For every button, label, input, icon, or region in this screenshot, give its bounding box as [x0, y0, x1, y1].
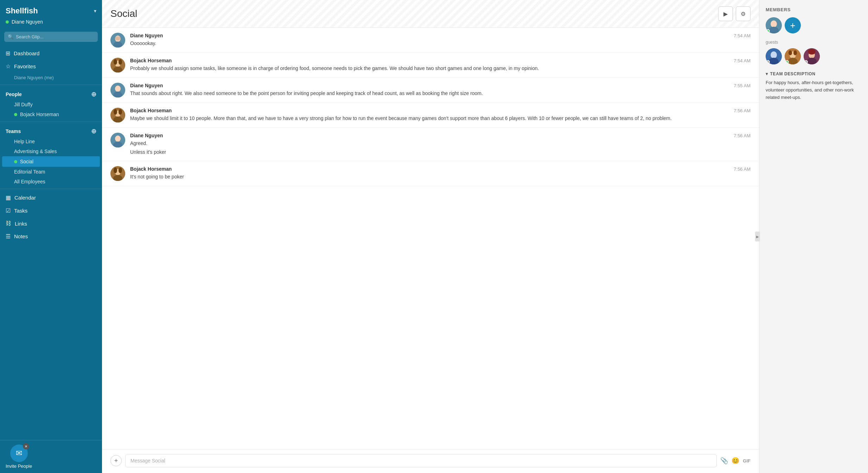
- message-text-2: Unless it's poker: [130, 149, 751, 156]
- sidebar-item-diane-me[interactable]: Diane Nguyen (me): [0, 73, 102, 82]
- bojack-horseman-label: Bojack Horseman: [20, 112, 59, 117]
- social-settings-icon[interactable]: ⚙: [92, 158, 96, 165]
- message-meta: Diane Nguyen 7:55 AM: [130, 83, 751, 88]
- message-text-1: Agreed.: [130, 140, 751, 147]
- user-status-dot: [6, 20, 9, 24]
- sidebar-item-calendar[interactable]: ▦ Calendar: [0, 191, 102, 204]
- table-row: Bojack Horseman 7:56 AM Maybe we should …: [102, 103, 759, 128]
- table-row: Diane Nguyen 7:55 AM That sounds about r…: [102, 78, 759, 103]
- svg-point-23: [114, 168, 117, 173]
- advertising-sales-label: Advertising & Sales: [14, 149, 57, 154]
- message-meta: Bojack Horseman 7:56 AM: [130, 166, 751, 172]
- team-description-header[interactable]: ▾ TEAM DESCRIPTION: [766, 71, 862, 76]
- tasks-label: Tasks: [14, 208, 27, 214]
- people-label: People: [6, 92, 22, 97]
- table-row: Bojack Horseman 7:54 AM Probably we shou…: [102, 53, 759, 78]
- guests-row: [766, 48, 862, 64]
- links-icon: ⛓: [6, 220, 11, 227]
- message-time: 7:56 AM: [734, 108, 751, 113]
- settings-button[interactable]: ⚙: [736, 6, 751, 21]
- message-content: Bojack Horseman 7:54 AM Probably we shou…: [130, 58, 751, 72]
- chevron-down-icon[interactable]: ▾: [94, 8, 96, 14]
- svg-point-18: [115, 135, 121, 142]
- teams-label: Teams: [6, 128, 21, 134]
- attachment-icon[interactable]: 📎: [720, 457, 728, 465]
- divider2: [0, 121, 102, 122]
- search-box[interactable]: 🔍: [4, 32, 98, 42]
- panel-toggle-button[interactable]: ▶: [755, 232, 760, 241]
- sidebar-item-all-employees[interactable]: All Employees: [0, 177, 102, 187]
- calendar-icon: ▦: [6, 194, 11, 201]
- guest2-status-dot: [785, 60, 789, 64]
- message-time: 7:55 AM: [734, 83, 751, 88]
- search-input[interactable]: [16, 34, 94, 39]
- invite-people-button[interactable]: ✉ ✕ Invite People: [6, 444, 32, 469]
- chat-header: Social ▶ ⚙: [102, 0, 759, 28]
- teams-section-header: Teams ⊕: [0, 124, 102, 137]
- sidebar-item-links[interactable]: ⛓ Links: [0, 217, 102, 230]
- members-title: MEMBERS: [766, 7, 862, 12]
- sidebar-item-notes[interactable]: ☰ Notes: [0, 230, 102, 243]
- input-actions: 📎 😊 GIF: [720, 457, 751, 465]
- svg-point-15: [114, 109, 117, 115]
- add-member-button[interactable]: +: [785, 17, 801, 33]
- members-row: +: [766, 17, 862, 33]
- video-icon: ▶: [723, 11, 728, 17]
- svg-point-26: [771, 20, 777, 27]
- app-title: Shellfish: [6, 6, 38, 15]
- table-row: Bojack Horseman 7:56 AM It's not going t…: [102, 161, 759, 186]
- sidebar-item-favorites[interactable]: ☆ Favorites: [0, 60, 102, 73]
- sidebar-item-editorial-team[interactable]: Editorial Team: [0, 167, 102, 177]
- svg-point-10: [115, 86, 121, 92]
- gif-button[interactable]: GIF: [743, 458, 751, 463]
- emoji-icon[interactable]: 😊: [732, 457, 739, 465]
- sidebar-item-dashboard[interactable]: ⊞ Dashboard: [0, 47, 102, 60]
- avatar: [110, 108, 125, 122]
- svg-point-16: [119, 109, 122, 115]
- guest3-status-dot: [804, 60, 808, 64]
- message-author: Diane Nguyen: [130, 83, 163, 88]
- sidebar-item-jill-duffy[interactable]: Jill Duffy: [0, 100, 102, 109]
- avatar: [110, 58, 125, 72]
- message-time: 7:56 AM: [734, 166, 751, 172]
- header-actions: ▶ ⚙: [718, 6, 751, 21]
- right-panel: ▶ MEMBERS + guests: [759, 0, 868, 473]
- message-text: It's not going to be poker: [130, 173, 751, 181]
- member-avatar-diane: [766, 17, 782, 33]
- message-content: Diane Nguyen 7:55 AM That sounds about r…: [130, 83, 751, 97]
- message-content: Bojack Horseman 7:56 AM It's not going t…: [130, 166, 751, 181]
- message-input[interactable]: [125, 454, 717, 467]
- table-row: Diane Nguyen 7:54 AM Ooooookay.: [102, 28, 759, 53]
- add-attachment-button[interactable]: +: [110, 455, 122, 466]
- invite-label: Invite People: [6, 463, 32, 469]
- dashboard-icon: ⊞: [6, 50, 10, 57]
- calendar-label: Calendar: [14, 195, 36, 201]
- tasks-icon: ☑: [6, 207, 11, 214]
- sidebar-item-tasks[interactable]: ☑ Tasks: [0, 204, 102, 217]
- add-person-button[interactable]: ⊕: [91, 90, 96, 98]
- chat-input-area: + 📎 😊 GIF: [102, 449, 759, 473]
- social-label: Social: [20, 159, 89, 164]
- add-team-button[interactable]: ⊕: [91, 127, 96, 135]
- svg-point-24: [119, 168, 122, 173]
- main-chat-area: Social ▶ ⚙ Diane Nguyen: [102, 0, 759, 473]
- sidebar-item-social[interactable]: Social ⚙: [2, 156, 100, 167]
- team-description-text: For happy hours, after-hours get-togethe…: [766, 79, 862, 101]
- svg-point-7: [114, 59, 117, 65]
- message-content: Bojack Horseman 7:56 AM Maybe we should …: [130, 108, 751, 122]
- diane-online-dot: [766, 29, 770, 33]
- avatar: [110, 133, 125, 147]
- sidebar-label-favorites: Favorites: [14, 63, 36, 69]
- help-line-label: Help Line: [14, 139, 35, 144]
- guest-avatar-3: [804, 48, 820, 64]
- guest-avatar-1: [766, 48, 782, 64]
- video-call-button[interactable]: ▶: [718, 6, 733, 21]
- message-author: Bojack Horseman: [130, 166, 172, 172]
- sidebar-item-help-line[interactable]: Help Line: [0, 137, 102, 146]
- guests-label: guests: [766, 40, 862, 45]
- sidebar-item-advertising-sales[interactable]: Advertising & Sales: [0, 146, 102, 156]
- svg-point-29: [771, 51, 777, 58]
- sidebar-item-bojack-horseman[interactable]: Bojack Horseman: [0, 109, 102, 119]
- bojack-status-dot: [14, 113, 17, 116]
- close-badge[interactable]: ✕: [23, 443, 29, 449]
